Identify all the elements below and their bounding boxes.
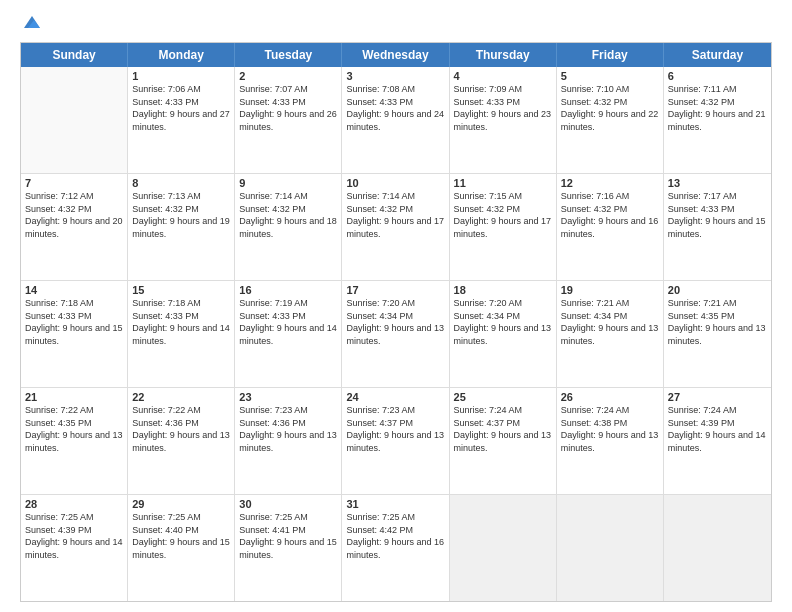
daylight-text: Daylight: 9 hours and 24 minutes. [346, 108, 444, 133]
day-number: 20 [668, 284, 767, 296]
calendar-cell: 24Sunrise: 7:23 AMSunset: 4:37 PMDayligh… [342, 388, 449, 494]
daylight-text: Daylight: 9 hours and 13 minutes. [454, 429, 552, 454]
sunset-text: Sunset: 4:41 PM [239, 524, 337, 537]
calendar-cell: 6Sunrise: 7:11 AMSunset: 4:32 PMDaylight… [664, 67, 771, 173]
calendar-cell: 30Sunrise: 7:25 AMSunset: 4:41 PMDayligh… [235, 495, 342, 601]
sunset-text: Sunset: 4:33 PM [132, 96, 230, 109]
calendar-cell: 13Sunrise: 7:17 AMSunset: 4:33 PMDayligh… [664, 174, 771, 280]
daylight-text: Daylight: 9 hours and 27 minutes. [132, 108, 230, 133]
day-header-saturday: Saturday [664, 43, 771, 67]
day-number: 17 [346, 284, 444, 296]
daylight-text: Daylight: 9 hours and 15 minutes. [25, 322, 123, 347]
sunset-text: Sunset: 4:37 PM [346, 417, 444, 430]
daylight-text: Daylight: 9 hours and 14 minutes. [239, 322, 337, 347]
calendar-cell: 5Sunrise: 7:10 AMSunset: 4:32 PMDaylight… [557, 67, 664, 173]
day-number: 19 [561, 284, 659, 296]
daylight-text: Daylight: 9 hours and 22 minutes. [561, 108, 659, 133]
sunrise-text: Sunrise: 7:09 AM [454, 83, 552, 96]
sunset-text: Sunset: 4:32 PM [561, 203, 659, 216]
sunset-text: Sunset: 4:32 PM [132, 203, 230, 216]
daylight-text: Daylight: 9 hours and 14 minutes. [25, 536, 123, 561]
day-number: 4 [454, 70, 552, 82]
sunset-text: Sunset: 4:32 PM [239, 203, 337, 216]
sunset-text: Sunset: 4:33 PM [239, 310, 337, 323]
calendar-header: SundayMondayTuesdayWednesdayThursdayFrid… [21, 43, 771, 67]
sunset-text: Sunset: 4:33 PM [132, 310, 230, 323]
day-number: 24 [346, 391, 444, 403]
day-number: 3 [346, 70, 444, 82]
sunrise-text: Sunrise: 7:25 AM [239, 511, 337, 524]
sunrise-text: Sunrise: 7:19 AM [239, 297, 337, 310]
daylight-text: Daylight: 9 hours and 18 minutes. [239, 215, 337, 240]
sunrise-text: Sunrise: 7:14 AM [239, 190, 337, 203]
calendar-cell: 9Sunrise: 7:14 AMSunset: 4:32 PMDaylight… [235, 174, 342, 280]
daylight-text: Daylight: 9 hours and 17 minutes. [454, 215, 552, 240]
day-number: 2 [239, 70, 337, 82]
calendar-cell: 7Sunrise: 7:12 AMSunset: 4:32 PMDaylight… [21, 174, 128, 280]
sunrise-text: Sunrise: 7:20 AM [454, 297, 552, 310]
calendar-cell [450, 495, 557, 601]
sunrise-text: Sunrise: 7:24 AM [561, 404, 659, 417]
daylight-text: Daylight: 9 hours and 16 minutes. [346, 536, 444, 561]
sunset-text: Sunset: 4:35 PM [668, 310, 767, 323]
sunrise-text: Sunrise: 7:17 AM [668, 190, 767, 203]
day-number: 7 [25, 177, 123, 189]
sunset-text: Sunset: 4:33 PM [454, 96, 552, 109]
daylight-text: Daylight: 9 hours and 15 minutes. [239, 536, 337, 561]
day-number: 15 [132, 284, 230, 296]
calendar-cell [557, 495, 664, 601]
calendar-week-4: 28Sunrise: 7:25 AMSunset: 4:39 PMDayligh… [21, 495, 771, 601]
sunrise-text: Sunrise: 7:08 AM [346, 83, 444, 96]
calendar-cell: 15Sunrise: 7:18 AMSunset: 4:33 PMDayligh… [128, 281, 235, 387]
calendar-cell: 31Sunrise: 7:25 AMSunset: 4:42 PMDayligh… [342, 495, 449, 601]
page: SundayMondayTuesdayWednesdayThursdayFrid… [0, 0, 792, 612]
day-number: 21 [25, 391, 123, 403]
day-number: 18 [454, 284, 552, 296]
sunrise-text: Sunrise: 7:25 AM [346, 511, 444, 524]
day-number: 28 [25, 498, 123, 510]
day-number: 8 [132, 177, 230, 189]
day-number: 23 [239, 391, 337, 403]
sunset-text: Sunset: 4:36 PM [239, 417, 337, 430]
sunset-text: Sunset: 4:42 PM [346, 524, 444, 537]
daylight-text: Daylight: 9 hours and 26 minutes. [239, 108, 337, 133]
daylight-text: Daylight: 9 hours and 13 minutes. [561, 429, 659, 454]
sunset-text: Sunset: 4:33 PM [346, 96, 444, 109]
daylight-text: Daylight: 9 hours and 13 minutes. [668, 322, 767, 347]
daylight-text: Daylight: 9 hours and 13 minutes. [132, 429, 230, 454]
calendar-cell: 17Sunrise: 7:20 AMSunset: 4:34 PMDayligh… [342, 281, 449, 387]
sunrise-text: Sunrise: 7:07 AM [239, 83, 337, 96]
sunrise-text: Sunrise: 7:15 AM [454, 190, 552, 203]
sunrise-text: Sunrise: 7:14 AM [346, 190, 444, 203]
sunrise-text: Sunrise: 7:22 AM [132, 404, 230, 417]
sunset-text: Sunset: 4:39 PM [668, 417, 767, 430]
day-header-monday: Monday [128, 43, 235, 67]
sunset-text: Sunset: 4:35 PM [25, 417, 123, 430]
day-number: 10 [346, 177, 444, 189]
sunset-text: Sunset: 4:36 PM [132, 417, 230, 430]
calendar-cell: 26Sunrise: 7:24 AMSunset: 4:38 PMDayligh… [557, 388, 664, 494]
day-number: 11 [454, 177, 552, 189]
day-number: 27 [668, 391, 767, 403]
daylight-text: Daylight: 9 hours and 14 minutes. [668, 429, 767, 454]
sunset-text: Sunset: 4:33 PM [239, 96, 337, 109]
sunset-text: Sunset: 4:34 PM [561, 310, 659, 323]
calendar-cell: 28Sunrise: 7:25 AMSunset: 4:39 PMDayligh… [21, 495, 128, 601]
day-number: 14 [25, 284, 123, 296]
daylight-text: Daylight: 9 hours and 14 minutes. [132, 322, 230, 347]
daylight-text: Daylight: 9 hours and 16 minutes. [561, 215, 659, 240]
sunrise-text: Sunrise: 7:23 AM [346, 404, 444, 417]
sunset-text: Sunset: 4:32 PM [346, 203, 444, 216]
calendar-cell: 22Sunrise: 7:22 AMSunset: 4:36 PMDayligh… [128, 388, 235, 494]
calendar-cell: 21Sunrise: 7:22 AMSunset: 4:35 PMDayligh… [21, 388, 128, 494]
calendar-cell: 18Sunrise: 7:20 AMSunset: 4:34 PMDayligh… [450, 281, 557, 387]
daylight-text: Daylight: 9 hours and 13 minutes. [239, 429, 337, 454]
sunset-text: Sunset: 4:32 PM [561, 96, 659, 109]
sunset-text: Sunset: 4:32 PM [668, 96, 767, 109]
calendar-cell: 27Sunrise: 7:24 AMSunset: 4:39 PMDayligh… [664, 388, 771, 494]
calendar-cell: 2Sunrise: 7:07 AMSunset: 4:33 PMDaylight… [235, 67, 342, 173]
sunrise-text: Sunrise: 7:06 AM [132, 83, 230, 96]
sunrise-text: Sunrise: 7:21 AM [668, 297, 767, 310]
daylight-text: Daylight: 9 hours and 13 minutes. [454, 322, 552, 347]
sunrise-text: Sunrise: 7:25 AM [25, 511, 123, 524]
